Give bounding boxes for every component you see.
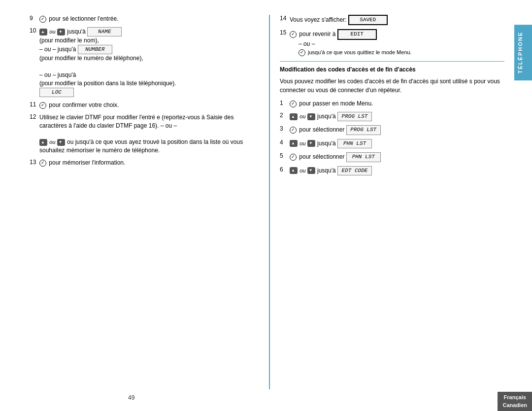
lcd-edt-code: EDT CODE xyxy=(337,166,372,175)
step-10-text1: (pour modifier le nom), xyxy=(39,37,99,44)
step-9-content: ✓ pour sé lectionner l'entrée. xyxy=(39,15,254,23)
step-r3: 3 ✓ pour sélectionner PROG LST xyxy=(280,125,504,135)
step-12-text: Utilisez le clavier DTMF pour modifier l… xyxy=(39,114,233,129)
step-r6-text: jusqu'à xyxy=(317,167,337,173)
down-icon-r4 xyxy=(307,140,315,147)
ok-icon-15: ✓ xyxy=(290,31,297,38)
down-icon-12 xyxy=(57,139,65,146)
step-r4: 4 ou jusqu'à PHN LST xyxy=(280,139,504,148)
ou-text-12: ou xyxy=(49,139,57,145)
lcd-prog-lst-2: PROG LST xyxy=(337,112,372,121)
ok-icon-r5: ✓ xyxy=(290,154,297,161)
step-14: 14 Vous voyez s'afficher: SAVED xyxy=(280,15,504,25)
step-r5-content: ✓ pour sélectionner PHN LST xyxy=(290,152,504,162)
step-10: 10 ou jusqu'à NAME (pour modifier le nom… xyxy=(30,27,254,97)
step-9: 9 ✓ pour sé lectionner l'entrée. xyxy=(30,15,254,23)
up-icon-12 xyxy=(39,139,47,146)
ok-icon-r3: ✓ xyxy=(290,127,297,134)
section-body: Vous pouvez modifier les codes d'accès e… xyxy=(280,77,504,95)
down-icon-r2 xyxy=(307,113,315,120)
language-line1: Français xyxy=(504,394,526,400)
step-15: 15 ✓ pour revenir à EDIT – ou – ✓ jusqu'… xyxy=(280,29,504,56)
step-10-text3: (pour modifier la position dans la liste… xyxy=(39,80,176,87)
main-area: 9 ✓ pour sé lectionner l'entrée. 10 ou j… xyxy=(0,0,514,411)
step-11-text: pour confirmer votre choix. xyxy=(49,102,119,108)
language-line2: Canadien xyxy=(502,402,527,408)
telephone-tab: TÉLÉPHONE xyxy=(514,25,532,80)
step-10-jusuqa2: jusqu'à xyxy=(58,71,76,78)
step-13-content: ✓ pour mémoriser l'information. xyxy=(39,159,254,167)
step-r2-content: ou jusqu'à PROG LST xyxy=(290,112,504,121)
up-icon-r4 xyxy=(290,140,298,147)
step-14-num: 14 xyxy=(280,15,290,22)
section-title: Modification des codes d'accès et de fin… xyxy=(280,66,504,74)
step-15-content: ✓ pour revenir à EDIT – ou – ✓ jusqu'à c… xyxy=(290,29,504,56)
page-footer: 49 xyxy=(30,389,504,401)
step-13-text: pour mémoriser l'information. xyxy=(49,159,125,166)
language-tab: Français Canadien xyxy=(498,392,532,411)
right-tab: TÉLÉPHONE xyxy=(514,0,532,411)
step-r3-num: 3 xyxy=(280,125,290,132)
ou-text-r6: ou xyxy=(299,167,307,173)
down-icon-10 xyxy=(57,29,65,35)
step-12-sub: ou jusqu'à ce que vous ayez trouvé la po… xyxy=(39,138,243,154)
page-number: 49 xyxy=(30,394,134,401)
step-r2-num: 2 xyxy=(280,112,290,119)
lcd-phn-lst-5: PHN LST xyxy=(346,152,381,162)
step-10-ou2: – ou – xyxy=(39,71,56,78)
step-r3-content: ✓ pour sélectionner PROG LST xyxy=(290,125,504,135)
step-r5-num: 5 xyxy=(280,152,290,159)
step-r2: 2 ou jusqu'à PROG LST xyxy=(280,112,504,121)
lcd-name: NAME xyxy=(87,27,122,36)
step-14-content: Vous voyez s'afficher: SAVED xyxy=(290,15,504,25)
ok-icon-9: ✓ xyxy=(39,16,46,23)
step-r1-text: pour passer en mode Menu. xyxy=(299,100,373,107)
step-15-text2: jusqu'à ce que vous quittiez le mode Men… xyxy=(308,49,412,55)
step-12-content: Utilisez le clavier DTMF pour modifier l… xyxy=(39,113,254,155)
step-r5: 5 ✓ pour sélectionner PHN LST xyxy=(280,152,504,162)
lcd-prog-lst-3: PROG LST xyxy=(346,125,381,135)
step-14-text: Vous voyez s'afficher: xyxy=(290,16,346,23)
lcd-number: NUMBER xyxy=(78,45,112,54)
step-10-ou1: – ou – xyxy=(39,46,56,53)
step-9-text: pour sé lectionner l'entrée. xyxy=(49,15,118,22)
lcd-edit: EDIT xyxy=(337,29,377,39)
step-10-jusuqa1: jusqu'à xyxy=(58,46,78,53)
lcd-loc: LOC xyxy=(39,88,74,97)
lcd-saved: SAVED xyxy=(348,15,388,25)
step-10-num: 10 xyxy=(30,27,39,34)
ok-icon-r1: ✓ xyxy=(290,101,297,107)
lcd-phn-lst-4: PHN LST xyxy=(337,139,372,148)
step-12-num: 12 xyxy=(30,113,39,120)
down-icon-r6 xyxy=(307,167,315,174)
step-10-text2: (pour modifier le numéro de téléphone), xyxy=(39,55,143,62)
step-r2-text: jusqu'à xyxy=(317,113,337,120)
step-r4-text: jusqu'à xyxy=(317,140,337,147)
page-content: 9 ✓ pour sé lectionner l'entrée. 10 ou j… xyxy=(0,0,532,411)
step-r6-num: 6 xyxy=(280,166,290,173)
left-column: 9 ✓ pour sé lectionner l'entrée. 10 ou j… xyxy=(30,15,259,389)
ok-icon-11: ✓ xyxy=(39,102,46,109)
step-13-num: 13 xyxy=(30,159,39,166)
step-15-text: pour revenir à xyxy=(299,31,335,37)
up-icon-10 xyxy=(39,29,47,35)
step-r3-text: pour sélectionner xyxy=(299,126,344,133)
ou-text-10: ou xyxy=(49,29,55,34)
step-r4-num: 4 xyxy=(280,139,290,146)
step-r6-content: ou jusqu'à EDT CODE xyxy=(290,166,504,175)
step-12: 12 Utilisez le clavier DTMF pour modifie… xyxy=(30,113,254,155)
step-r1-num: 1 xyxy=(280,100,290,106)
right-column: 14 Vous voyez s'afficher: SAVED 15 ✓ pou… xyxy=(269,15,504,389)
step-10-until: jusqu'à xyxy=(67,28,87,35)
ou-text-r4: ou xyxy=(299,140,307,146)
ok-icon-15b: ✓ xyxy=(299,49,305,56)
step-13: 13 ✓ pour mémoriser l'information. xyxy=(30,159,254,167)
step-r5-text: pour sélectionner xyxy=(299,153,344,160)
step-11-content: ✓ pour confirmer votre choix. xyxy=(39,101,254,109)
step-11-num: 11 xyxy=(30,101,39,108)
step-r6: 6 ou jusqu'à EDT CODE xyxy=(280,166,504,175)
language-badge: Français Canadien xyxy=(498,392,532,411)
step-r1-content: ✓ pour passer en mode Menu. xyxy=(290,100,504,108)
ou-text-r2: ou xyxy=(299,113,307,119)
step-9-num: 9 xyxy=(30,15,39,22)
